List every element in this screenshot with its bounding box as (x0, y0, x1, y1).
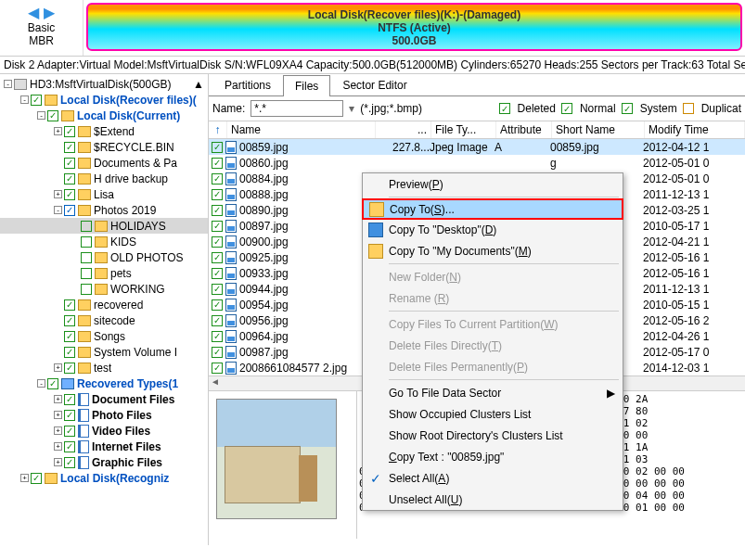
col-modifytime[interactable]: Modify Time (645, 121, 745, 138)
context-menu-item: Delete Files Permanently(P) (363, 356, 623, 377)
tree-item[interactable]: -✓Recovered Types(1 (0, 375, 208, 391)
filter-name-input[interactable] (250, 100, 343, 117)
chk-normal[interactable]: ✓ (561, 103, 572, 114)
tree-item[interactable]: ✓recovered (0, 297, 208, 312)
tree-item[interactable]: HOLIDAYS (0, 218, 208, 234)
tree-item[interactable]: -✓Local Disk(Recover files)( (0, 92, 208, 108)
banner-size: 500.0GB (88, 34, 740, 47)
blue-icon (368, 223, 383, 237)
disk-info-bar: Disk 2 Adapter:Virtual Model:MsftVirtual… (0, 56, 745, 74)
image-file-icon (225, 172, 237, 185)
image-file-icon (225, 330, 237, 343)
tree-item[interactable]: ✓Documents & Pa (0, 155, 208, 171)
tree-item[interactable]: OLD PHOTOS (0, 249, 208, 265)
context-menu-item[interactable]: Preview(P) (363, 173, 623, 195)
tree-item[interactable]: pets (0, 265, 208, 281)
file-row[interactable]: ✓00859.jpg227.8...Jpeg ImageA00859.jpg20… (209, 139, 745, 155)
image-file-icon (225, 267, 237, 280)
image-file-icon (225, 157, 237, 170)
tree-item[interactable]: +✓Internet Files (0, 439, 208, 454)
context-menu-item[interactable]: Copy To "My Documents"(M) (363, 240, 623, 261)
tree-item[interactable]: +✓Photo Files (0, 407, 208, 423)
tree-item[interactable]: WORKING (0, 281, 208, 297)
tree-item[interactable]: +✓Document Files (0, 391, 208, 407)
tab-files[interactable]: Files (283, 75, 330, 96)
context-menu[interactable]: Preview(P)Copy To(S)...Copy To "Desktop"… (362, 172, 623, 511)
tree-item[interactable]: ✓$RECYCLE.BIN (0, 139, 208, 155)
tree-item[interactable]: +✓Lisa (0, 186, 208, 202)
context-menu-item[interactable]: Copy Text : "00859.jpg" (363, 446, 623, 467)
tree-item[interactable]: +✓Local Disk(Recogniz (0, 470, 208, 486)
image-file-icon (225, 220, 237, 233)
image-file-icon (225, 204, 237, 217)
tree-item[interactable]: ✓H drive backup (0, 171, 208, 186)
filter-bar: Name: ▾ (*.jpg;*.bmp) ✓Deleted ✓Normal ✓… (209, 96, 745, 121)
image-file-icon (225, 283, 237, 296)
tree-item[interactable]: ✓Songs (0, 328, 208, 344)
tree-item[interactable]: ✓sitecode (0, 312, 208, 328)
image-file-icon (225, 362, 237, 375)
disk-basic-label: Basic (4, 21, 79, 34)
context-menu-item[interactable]: Show Root Directory's Clusters List (363, 425, 623, 446)
context-menu-item[interactable]: ✓Select All(A) (363, 467, 623, 489)
image-file-icon (225, 299, 237, 312)
image-file-icon (225, 314, 237, 327)
col-cb[interactable]: ↑ (209, 121, 227, 138)
tree-item[interactable]: +✓Video Files (0, 423, 208, 439)
tree-item[interactable]: +✓Graphic Files (0, 454, 208, 470)
chk-system[interactable]: ✓ (622, 103, 633, 114)
chk-icon: ✓ (368, 471, 383, 486)
context-menu-item: New Folder(N) (363, 266, 623, 287)
filter-ext-label: (*.jpg;*.bmp) (360, 102, 422, 115)
tree-item[interactable]: +✓test (0, 360, 208, 375)
image-file-icon (225, 251, 237, 264)
tree-item[interactable]: -✓Local Disk(Current) (0, 108, 208, 123)
fold-icon (369, 202, 384, 217)
disk-mbr-label: MBR (4, 34, 79, 47)
chk-deleted[interactable]: ✓ (499, 103, 510, 114)
tree-item[interactable]: ✓System Volume I (0, 344, 208, 360)
image-file-icon (225, 188, 237, 201)
context-menu-item[interactable]: Copy To "Desktop"(D) (363, 219, 623, 240)
col-filetype[interactable]: File Ty... (431, 121, 496, 138)
tab-sector-editor[interactable]: Sector Editor (330, 74, 418, 95)
image-file-icon (225, 235, 237, 248)
tree-item[interactable]: KIDS (0, 234, 208, 249)
context-menu-item[interactable]: Go To File Data Sector▶ (363, 382, 623, 403)
filter-name-label: Name: (212, 102, 245, 115)
file-row[interactable]: ✓00860.jpgg2012-05-01 0 (209, 155, 745, 171)
image-file-icon (225, 346, 237, 359)
col-name[interactable]: Name (227, 121, 376, 138)
image-file-icon (225, 141, 237, 154)
col-size[interactable]: ... (376, 121, 431, 138)
preview-thumbnail-pane (209, 391, 357, 539)
col-shortname[interactable]: Short Name (552, 121, 645, 138)
context-menu-item[interactable]: Show Occupied Clusters List (363, 403, 623, 425)
col-attribute[interactable]: Attribute (496, 121, 552, 138)
context-menu-item: Copy Files To Current Partition(W) (363, 313, 623, 335)
partition-banner[interactable]: Local Disk(Recover files)(K:)-(Damaged) … (86, 3, 742, 51)
preview-image (216, 399, 337, 519)
context-menu-item[interactable]: Unselect All(U) (363, 489, 623, 510)
directory-tree[interactable]: -HD3:MsftVirtualDisk(500GB) ▲-✓Local Dis… (0, 74, 209, 545)
tree-item[interactable]: -✓Photos 2019 (0, 202, 208, 218)
tab-partitions[interactable]: Partitions (212, 74, 283, 95)
column-headers[interactable]: ↑ Name ... File Ty... Attribute Short Na… (209, 121, 745, 139)
nav-arrows[interactable]: ◀ ▶ (4, 4, 79, 21)
chk-duplicate[interactable] (683, 103, 694, 114)
disk-mode-panel: ◀ ▶ Basic MBR (0, 0, 83, 56)
context-menu-item[interactable]: Copy To(S)... (362, 198, 623, 220)
fold-icon (368, 244, 383, 259)
tab-bar: Partitions Files Sector Editor (209, 74, 745, 96)
banner-fs: NTFS (Active) (88, 21, 740, 34)
context-menu-item: Rename (R) (363, 287, 623, 309)
tree-item[interactable]: -HD3:MsftVirtualDisk(500GB) ▲ (0, 76, 208, 92)
tree-item[interactable]: +✓$Extend (0, 123, 208, 139)
banner-title: Local Disk(Recover files)(K:)-(Damaged) (88, 8, 740, 21)
context-menu-item: Delete Files Directly(T) (363, 335, 623, 356)
